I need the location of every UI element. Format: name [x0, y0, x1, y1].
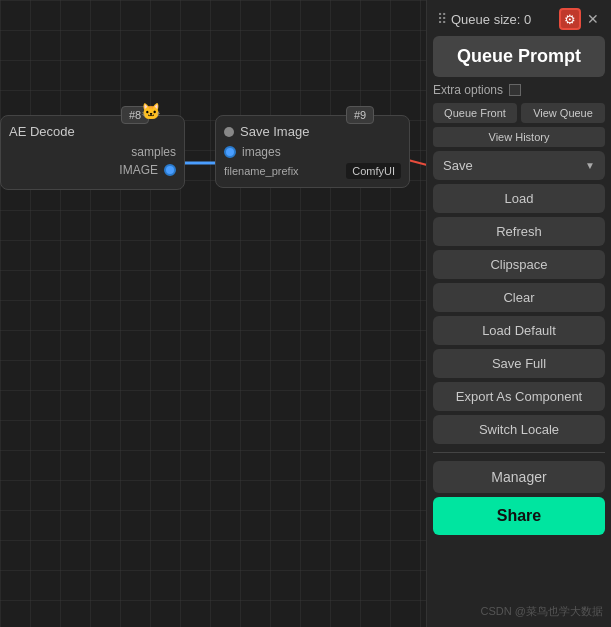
- clipspace-button[interactable]: Clipspace: [433, 250, 605, 279]
- dropdown-arrow-icon: ▼: [585, 160, 595, 171]
- view-history-row: View History: [433, 127, 605, 147]
- queue-header: ⠿ Queue size: 0 ⚙ ✕: [433, 6, 605, 32]
- save-image-badge: #9: [346, 106, 374, 124]
- filename-prefix-value: ComfyUI: [346, 163, 401, 179]
- close-button[interactable]: ✕: [585, 11, 601, 27]
- save-image-input-connector[interactable]: [224, 146, 236, 158]
- save-dropdown-button[interactable]: Save ▼: [433, 151, 605, 180]
- load-button[interactable]: Load: [433, 184, 605, 213]
- save-full-button[interactable]: Save Full: [433, 349, 605, 378]
- queue-prompt-button[interactable]: Queue Prompt: [433, 36, 605, 77]
- save-image-field-row: filename_prefix ComfyUI: [224, 163, 401, 179]
- refresh-button[interactable]: Refresh: [433, 217, 605, 246]
- view-queue-button[interactable]: View Queue: [521, 103, 605, 123]
- gear-button[interactable]: ⚙: [559, 8, 581, 30]
- ae-decode-title: AE Decode: [9, 124, 176, 139]
- canvas: #8 🐱 AE Decode samples IMAGE #9 Save Ima…: [0, 0, 430, 627]
- load-default-button[interactable]: Load Default: [433, 316, 605, 345]
- sidebar-panel: ⠿ Queue size: 0 ⚙ ✕ Queue Prompt Extra o…: [426, 0, 611, 627]
- divider: [433, 452, 605, 453]
- connection-svg: [0, 0, 430, 627]
- ae-decode-image-row: IMAGE: [9, 163, 176, 177]
- sub-buttons-row: Queue Front View Queue: [433, 103, 605, 123]
- watermark: CSDN @菜鸟也学大数据: [481, 604, 603, 619]
- share-button[interactable]: Share: [433, 497, 605, 535]
- ae-decode-image-connector[interactable]: [164, 164, 176, 176]
- ae-decode-samples-row: samples: [9, 145, 176, 159]
- manager-button[interactable]: Manager: [433, 461, 605, 493]
- clear-button[interactable]: Clear: [433, 283, 605, 312]
- save-image-title: Save Image: [224, 124, 401, 139]
- save-image-status-dot: [224, 127, 234, 137]
- extra-options-checkbox[interactable]: [509, 84, 521, 96]
- drag-dots-icon: ⠿: [437, 11, 447, 27]
- view-history-button[interactable]: View History: [433, 127, 605, 147]
- export-as-component-button[interactable]: Export As Component: [433, 382, 605, 411]
- extra-options-row: Extra options: [433, 81, 605, 99]
- ae-decode-emoji: 🐱: [141, 102, 161, 121]
- switch-locale-button[interactable]: Switch Locale: [433, 415, 605, 444]
- save-image-input-row: images: [224, 145, 401, 159]
- queue-front-button[interactable]: Queue Front: [433, 103, 517, 123]
- queue-size-label: ⠿ Queue size: 0: [437, 11, 531, 27]
- ae-decode-node: #8 🐱 AE Decode samples IMAGE: [0, 115, 185, 190]
- save-image-node: #9 Save Image images filename_prefix Com…: [215, 115, 410, 188]
